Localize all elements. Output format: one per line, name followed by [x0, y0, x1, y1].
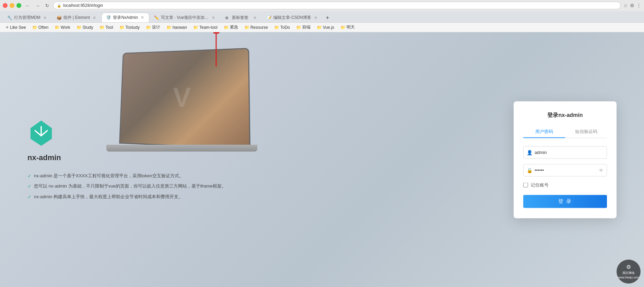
- folder-icon-vuejs: 📁: [317, 25, 322, 30]
- remember-label: 记住账号: [531, 182, 549, 188]
- bookmark-label-todo: ToDo: [280, 25, 290, 30]
- tab-title-1: 行为管理MDM: [14, 15, 40, 21]
- eye-icon[interactable]: 👁: [599, 167, 604, 173]
- folder-icon-urgent: 📁: [224, 25, 229, 30]
- bookmark-vuejs[interactable]: 📁 Vue.js: [314, 24, 337, 31]
- nav-back-button[interactable]: ←: [24, 2, 31, 9]
- folder-icon-tool: 📁: [99, 25, 105, 30]
- folder-icon-todo: 📁: [274, 25, 279, 30]
- new-tab-button[interactable]: +: [323, 14, 332, 22]
- tab-close-4[interactable]: ✕: [211, 15, 216, 21]
- bookmark-todo[interactable]: 📁 ToDo: [271, 24, 293, 31]
- bookmark-like-see[interactable]: ★ Like See: [3, 24, 29, 31]
- tab-element[interactable]: 📦 组件 | Element ✕: [52, 13, 102, 22]
- laptop-image: [96, 39, 274, 204]
- password-input[interactable]: [523, 164, 607, 176]
- bookmark-label-often: Often: [38, 25, 48, 30]
- tab-nxadmin[interactable]: 🛡️ 登录NxAdmin ✕: [102, 13, 149, 22]
- check-icon-2: ✓: [27, 183, 31, 190]
- folder-icon-teamtool: 📁: [193, 25, 198, 30]
- tab-close-1[interactable]: ✕: [43, 15, 47, 21]
- folder-icon-work: 📁: [55, 25, 60, 30]
- nav-forward-button[interactable]: →: [34, 2, 41, 9]
- bookmark-label-frontend: 前端: [302, 24, 311, 30]
- bookmark-tomorrow[interactable]: 📁 明天: [338, 24, 358, 31]
- folder-icon-tostudy: 📁: [119, 25, 125, 30]
- bookmark-resourse[interactable]: 📁 Resourse: [242, 24, 271, 31]
- window-minimize-button[interactable]: [10, 3, 14, 8]
- tab-title-5: 新标签签: [232, 15, 250, 21]
- tab-close-5[interactable]: ✕: [253, 15, 257, 21]
- tab-favicon-6: 📝: [267, 15, 271, 20]
- bookmark-tostudy[interactable]: 📁 Tostudy: [117, 24, 142, 31]
- username-input[interactable]: [523, 146, 607, 158]
- bookmark-teamtool[interactable]: 📁 Team-tool: [190, 24, 220, 31]
- page-background: nx-admin ✓ nx-admin 是一个基于XXXX工程可视化管理平台，采…: [0, 32, 644, 287]
- tab-password[interactable]: 用户密码: [523, 125, 565, 138]
- bookmark-often[interactable]: 📁 Often: [30, 24, 51, 31]
- folder-icon-study: 📁: [77, 25, 82, 30]
- tab-article[interactable]: ✏️ 写文章 · Vue项目中添加物... ✕: [150, 13, 220, 22]
- bookmark-label-tool: Tool: [106, 25, 113, 30]
- bookmark-icon-like-see: ★: [5, 25, 9, 29]
- tab-favicon-1: 🔧: [7, 15, 12, 20]
- laptop-base: [106, 145, 258, 152]
- bookmark-label-teamtool: Team-tool: [199, 25, 218, 30]
- tab-favicon-4: ✏️: [154, 15, 159, 20]
- login-tabs: 用户密码 短信验证码: [523, 125, 607, 138]
- tab-close-3[interactable]: ✕: [140, 14, 145, 21]
- tab-title-4: 写文章 · Vue项目中添加物...: [161, 15, 209, 21]
- bookmark-frontend[interactable]: 📁 前端: [293, 24, 313, 31]
- tab-newtab[interactable]: ⊕ 新标签签 ✕: [221, 13, 262, 22]
- bookmark-design[interactable]: 📁 设计: [143, 24, 163, 31]
- address-bar[interactable]: 🔒 localhost:9528/#/login: [53, 2, 621, 9]
- folder-icon-often: 📁: [32, 25, 37, 30]
- tab-title-2: 组件 | Element: [63, 15, 90, 21]
- folder-icon-resourse: 📁: [244, 25, 249, 30]
- bookmark-label-tomorrow: 明天: [347, 24, 355, 30]
- bookmark-study[interactable]: 📁 Study: [74, 24, 96, 31]
- watermark: ⚙ 黑区网络 www.heiqu.com: [617, 260, 641, 284]
- laptop-screen: [119, 48, 250, 149]
- red-arrow: [216, 32, 217, 67]
- bookmark-label-urgent: 紧急: [230, 24, 238, 30]
- login-button[interactable]: 登 录: [523, 195, 607, 208]
- tab-xingwei[interactable]: 🔧 行为管理MDM ✕: [3, 13, 52, 22]
- extensions-icon[interactable]: ⚙: [630, 3, 634, 8]
- tab-csdn[interactable]: 📝 编辑文章-CSDN博客 ✕: [262, 13, 323, 22]
- bookmark-label-vuejs: Vue.js: [323, 25, 334, 30]
- bookmark-urgent[interactable]: 📁 紧急: [221, 24, 241, 31]
- user-icon: 👤: [527, 150, 532, 155]
- tab-title-6: 编辑文章-CSDN博客: [273, 15, 311, 21]
- window-maximize-button[interactable]: [16, 3, 21, 8]
- bookmark-label-like-see: Like See: [10, 25, 26, 30]
- app-logo: [27, 119, 55, 146]
- tab-close-6[interactable]: ✕: [313, 15, 318, 21]
- bookmark-label-study: Study: [83, 25, 93, 30]
- tab-favicon-2: 📦: [57, 15, 61, 20]
- bookmarks-bar: ★ Like See 📁 Often 📁 Work 📁 Study 📁 Tool…: [0, 23, 644, 32]
- lock-icon: 🔒: [57, 4, 61, 8]
- bookmark-label-haowan: haowan: [173, 25, 187, 30]
- bookmark-label-resourse: Resourse: [250, 25, 268, 30]
- tab-favicon-5: ⊕: [225, 15, 230, 20]
- tab-sms[interactable]: 短信验证码: [565, 125, 607, 138]
- nav-refresh-button[interactable]: ↻: [44, 2, 50, 9]
- watermark-site: www.heiqu.com: [618, 275, 639, 280]
- address-text: localhost:9528/#/login: [63, 3, 103, 8]
- window-controls: [3, 3, 21, 8]
- remember-checkbox[interactable]: [523, 182, 528, 187]
- bookmark-haowan[interactable]: 📁 haowan: [164, 24, 190, 31]
- bookmark-tool[interactable]: 📁 Tool: [97, 24, 116, 31]
- bookmark-work[interactable]: 📁 Work: [52, 24, 73, 31]
- watermark-icon: ⚙: [626, 264, 631, 270]
- menu-icon[interactable]: ⋮: [636, 3, 641, 8]
- toolbar-icons: ☆ ⚙ ⋮: [623, 3, 641, 8]
- title-bar: ← → ↻ 🔒 localhost:9528/#/login ☆ ⚙ ⋮: [0, 0, 644, 11]
- bookmark-label-work: Work: [61, 25, 70, 30]
- bookmark-star-icon[interactable]: ☆: [623, 3, 628, 8]
- remember-row: 记住账号: [523, 182, 607, 188]
- folder-icon-haowan: 📁: [166, 25, 172, 30]
- tab-close-2[interactable]: ✕: [92, 15, 97, 21]
- window-close-button[interactable]: [3, 3, 8, 8]
